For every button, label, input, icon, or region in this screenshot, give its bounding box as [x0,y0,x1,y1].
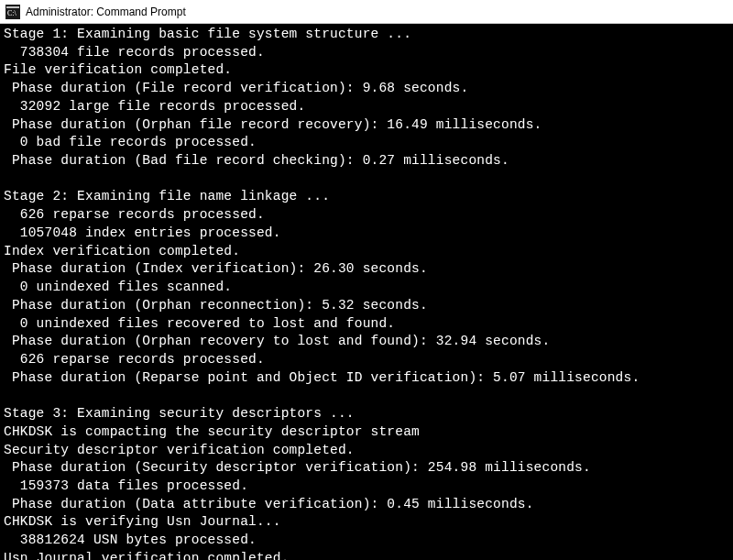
svg-text:C:\: C:\ [7,9,17,17]
command-prompt-icon: C:\ [5,5,20,19]
window-titlebar[interactable]: C:\ Administrator: Command Prompt [0,0,733,24]
svg-rect-1 [6,6,19,8]
terminal-output[interactable]: Stage 1: Examining basic file system str… [0,24,733,560]
window-title: Administrator: Command Prompt [26,5,186,18]
